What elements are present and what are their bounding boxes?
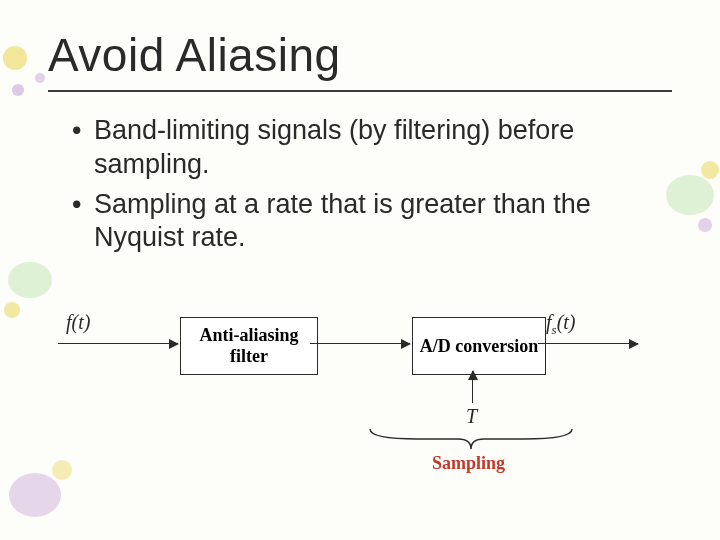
sampling-label: Sampling <box>432 453 505 474</box>
adc-box: A/D conversion <box>412 317 546 375</box>
bullet-item: Band-limiting signals (by filtering) bef… <box>72 114 672 182</box>
arrow-icon <box>310 343 410 344</box>
box-label: Anti-aliasing filter <box>187 325 311 366</box>
antialias-filter-box: Anti-aliasing filter <box>180 317 318 375</box>
box-label: A/D conversion <box>420 336 539 357</box>
input-signal-label: f(t) <box>66 311 90 334</box>
slide-title: Avoid Aliasing <box>48 28 672 82</box>
arrow-icon <box>58 343 178 344</box>
arrow-icon <box>538 343 638 344</box>
period-label: T <box>466 405 477 428</box>
title-underline <box>48 90 672 92</box>
up-arrow-icon <box>472 371 473 403</box>
output-signal-label: fs(t) <box>546 311 576 338</box>
block-diagram: f(t) Anti-aliasing filter A/D conversion… <box>48 293 672 493</box>
bullet-item: Sampling at a rate that is greater than … <box>72 188 672 256</box>
bullet-list: Band-limiting signals (by filtering) bef… <box>48 114 672 255</box>
brace-icon <box>366 427 576 451</box>
